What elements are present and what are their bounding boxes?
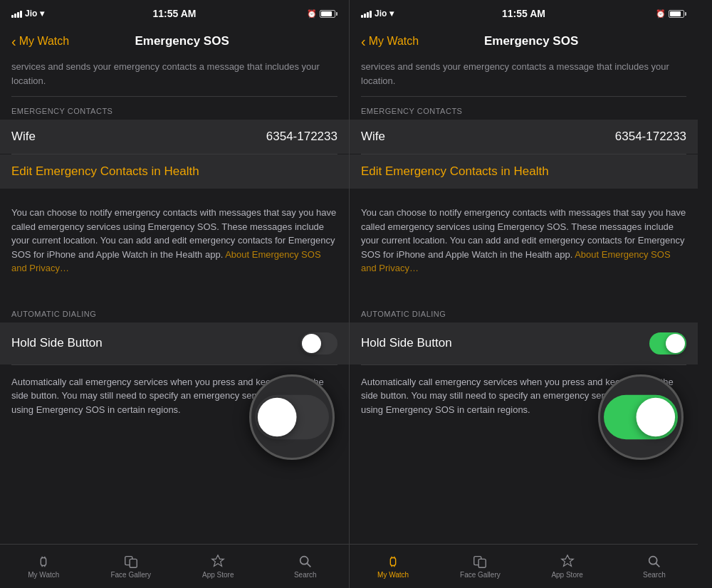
nav-title-right: Emergency SOS [376,34,686,48]
contact-name-right: Wife [361,130,385,144]
svg-rect-0 [41,558,46,566]
section-auto-dialing-left: AUTOMATIC DIALING [0,300,349,322]
tab-my-watch-right[interactable]: My Watch [350,545,436,584]
svg-rect-15 [479,559,486,567]
status-bar-left: Jio ▾ 11:55 AM ⏰ [0,0,349,26]
separator2-left [0,285,349,293]
status-right-right: ⏰ [656,9,686,19]
auto-dial-text-right: Automatically call emergency services wh… [350,365,698,427]
wifi-icon-right: ▾ [389,9,394,19]
tab-label-search-right: Search [643,571,666,579]
toggle-row-right: Hold Side Button [350,322,698,364]
nav-title-left: Emergency SOS [26,34,337,48]
contact-row-right: Wife 6354-172233 [350,120,698,154]
status-bar-right: Jio ▾ 11:55 AM ⏰ [350,0,698,26]
wifi-icon: ▾ [40,9,44,19]
tab-bar-left: My Watch Face Gallery App Store Search [0,544,349,588]
scroll-content-right: services and sends your emergency contac… [350,60,698,544]
intro-text-left: services and sends your emergency contac… [0,60,349,96]
status-time-right: 11:55 AM [502,8,545,19]
contact-row-left: Wife 6354-172233 [0,120,349,154]
battery-indicator-right [669,10,686,18]
alarm-icon: ⏰ [307,9,317,19]
toggle-label-right: Hold Side Button [361,336,452,350]
status-left-right: Jio ▾ [361,9,394,19]
toggle-label-left: Hold Side Button [11,336,103,350]
face-gallery-icon-right [472,554,488,569]
separator-left [0,189,349,196]
section-auto-dialing-right: AUTOMATIC DIALING [350,300,698,322]
separator3-left [0,293,349,300]
back-chevron-icon-right: ‹ [361,33,366,50]
signal-bars [11,9,22,18]
separator3-right [350,293,698,300]
edit-emergency-link-left[interactable]: Edit Emergency Contacts in Health [0,154,349,189]
tab-label-watch-right: My Watch [377,571,409,579]
hold-side-button-toggle-right[interactable] [649,332,686,355]
carrier-label-right: Jio [375,9,387,19]
carrier-label: Jio [25,9,37,19]
scroll-content-left: services and sends your emergency contac… [0,60,349,544]
status-left: Jio ▾ [11,9,44,19]
status-time: 11:55 AM [153,8,197,19]
svg-rect-6 [130,559,137,567]
tab-app-store-left[interactable]: App Store [174,545,262,584]
tab-label-face-right: Face Gallery [460,571,501,579]
battery-indicator [320,10,337,18]
nav-header-right: ‹ My Watch Emergency SOS [350,26,698,60]
tab-face-gallery-left[interactable]: Face Gallery [88,545,175,584]
section-emergency-contacts-left: EMERGENCY CONTACTS [0,97,349,120]
info-block-left: You can choose to notify emergency conta… [0,196,349,285]
tab-my-watch-left[interactable]: My Watch [0,545,88,584]
watch-icon-right [385,554,401,569]
tab-app-store-right[interactable]: App Store [524,545,611,584]
separator2-right [350,285,698,293]
back-chevron-icon: ‹ [11,33,16,50]
svg-point-16 [649,557,657,565]
hold-side-button-toggle-left[interactable] [300,332,337,355]
separator-right [350,189,698,196]
search-icon-left [298,554,313,569]
watch-icon-left [36,554,51,569]
tab-label-face-left: Face Gallery [110,571,151,579]
alarm-icon-right: ⏰ [656,9,666,19]
contact-number-right: 6354-172233 [615,130,686,144]
contact-number-left: 6354-172233 [266,130,337,144]
toggle-row-left: Hold Side Button [0,322,349,364]
status-right: ⏰ [307,9,337,19]
face-gallery-icon-left [123,554,139,569]
tab-label-watch-left: My Watch [28,571,59,579]
left-phone: Jio ▾ 11:55 AM ⏰ ‹ My Watch Emergency SO… [0,0,349,588]
right-phone: Jio ▾ 11:55 AM ⏰ ‹ My Watch Emergency SO… [349,0,698,588]
toggle-knob-right [666,334,685,353]
tab-label-appstore-left: App Store [202,571,234,579]
svg-rect-9 [390,558,395,566]
app-store-icon-right [560,554,575,569]
app-store-icon-left [210,554,226,569]
toggle-knob-left [302,334,321,353]
tab-label-appstore-right: App Store [551,571,582,579]
info-block-right: You can choose to notify emergency conta… [350,196,698,285]
tab-search-right[interactable]: Search [611,545,698,584]
svg-point-7 [300,557,308,565]
section-emergency-contacts-right: EMERGENCY CONTACTS [350,97,698,120]
nav-header-left: ‹ My Watch Emergency SOS [0,26,349,60]
tab-face-gallery-right[interactable]: Face Gallery [436,545,523,584]
edit-emergency-link-right[interactable]: Edit Emergency Contacts in Health [350,154,698,189]
search-icon-right [646,554,662,569]
signal-bars-right [361,9,372,18]
tab-label-search-left: Search [294,571,317,579]
svg-line-8 [307,563,310,567]
tab-search-left[interactable]: Search [262,545,350,584]
svg-line-17 [656,563,659,567]
auto-dial-text-left: Automatically call emergency services wh… [0,365,349,427]
contact-name-left: Wife [11,130,36,144]
tab-bar-right: My Watch Face Gallery App Store Search [350,544,698,588]
intro-text-right: services and sends your emergency contac… [350,60,698,96]
